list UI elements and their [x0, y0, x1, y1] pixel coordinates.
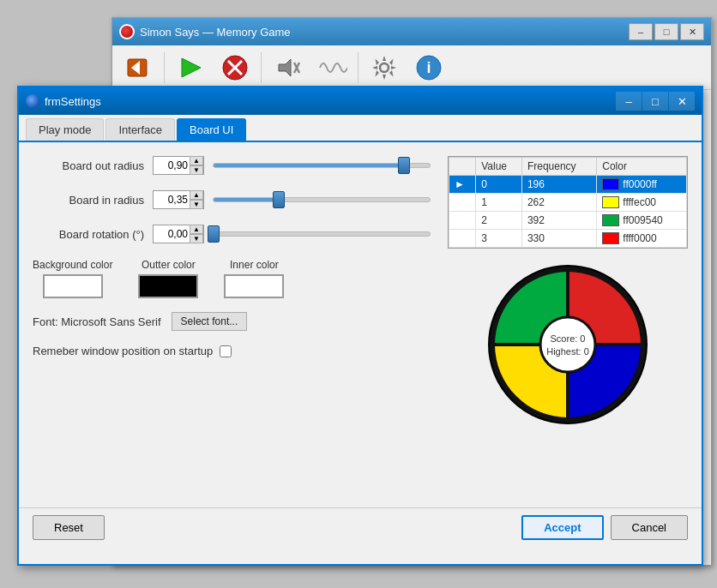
settings-app-icon — [26, 94, 39, 108]
background-color-label: Background color — [33, 259, 112, 271]
svg-text:i: i — [426, 59, 431, 76]
col-header-frequency: Frequency — [521, 158, 596, 176]
board-in-radius-label: Board in radius — [33, 194, 144, 207]
outter-color-group: Outter color — [138, 259, 198, 298]
bg-maximize-button[interactable]: □ — [654, 23, 678, 40]
right-panel: Value Frequency Color ►0196ff0000ff1262f… — [448, 156, 688, 494]
svg-point-15 — [540, 317, 595, 372]
board-in-radius-row: Board in radius 0,35 ▲ ▼ — [33, 190, 431, 209]
cancel-button[interactable]: Cancel — [611, 515, 688, 540]
svg-text:Highest: 0: Highest: 0 — [546, 346, 589, 357]
bg-toolbar: i — [112, 45, 711, 90]
toolbar-divider-2 — [261, 52, 262, 83]
board-out-radius-up[interactable]: ▲ — [190, 156, 203, 165]
board-out-radius-spinner: ▲ ▼ — [190, 156, 203, 175]
settings-footer: Reset Accept Cancel — [19, 507, 702, 547]
board-rotation-value: 0,00 — [154, 228, 190, 240]
toolbar-divider-1 — [164, 52, 165, 83]
accept-button[interactable]: Accept — [521, 515, 603, 540]
svg-text:Score: 0: Score: 0 — [551, 333, 586, 344]
row-frequency: 392 — [521, 212, 596, 230]
settings-minimize-button[interactable]: – — [616, 92, 642, 111]
board-in-radius-track[interactable] — [213, 197, 431, 202]
tab-interface[interactable]: Interface — [105, 118, 175, 141]
board-in-radius-down[interactable]: ▼ — [190, 200, 203, 209]
row-value: 2 — [476, 212, 522, 230]
board-rotation-input[interactable]: 0,00 ▲ ▼ — [153, 225, 204, 243]
inner-color-swatch[interactable] — [224, 274, 284, 298]
color-table: Value Frequency Color ►0196ff0000ff1262f… — [449, 157, 687, 248]
simon-svg: Score: 0 Highest: 0 — [482, 259, 654, 430]
color-table-wrapper: Value Frequency Color ►0196ff0000ff1262f… — [448, 156, 688, 249]
select-font-button[interactable]: Select font... — [172, 312, 248, 331]
inner-color-group: Inner color — [224, 259, 284, 298]
settings-toolbar-button[interactable] — [364, 49, 405, 87]
color-table-row[interactable]: 1262ffffec00 — [449, 194, 687, 212]
bg-minimize-button[interactable]: – — [629, 23, 653, 40]
color-table-row[interactable]: ►0196ff0000ff — [449, 176, 687, 194]
row-selector — [449, 212, 476, 230]
bg-titlebar: Simon Says — Memory Game – □ ✕ — [112, 18, 711, 45]
board-rotation-label: Board rotation (°) — [33, 228, 144, 241]
inner-color-label: Inner color — [230, 259, 279, 271]
board-rotation-down[interactable]: ▼ — [190, 234, 203, 243]
board-out-radius-row: Board out radius 0,90 ▲ ▼ — [33, 156, 431, 175]
settings-content: Board out radius 0,90 ▲ ▼ Board in radiu… — [19, 142, 702, 507]
board-out-radius-track[interactable] — [213, 163, 431, 168]
toolbar-divider-3 — [358, 52, 358, 83]
board-in-radius-up[interactable]: ▲ — [190, 190, 203, 200]
row-color: ff009540 — [597, 212, 687, 230]
row-frequency: 330 — [521, 230, 596, 248]
wave-toolbar-button[interactable] — [311, 49, 352, 87]
info-toolbar-button[interactable]: i — [408, 49, 449, 87]
remember-position-label: Remeber window position on startup — [33, 345, 213, 357]
settings-dialog-title: frmSettings — [45, 95, 611, 108]
board-out-radius-down[interactable]: ▼ — [190, 165, 203, 175]
mute-toolbar-button[interactable] — [267, 49, 308, 87]
row-value: 1 — [476, 194, 522, 212]
colors-row: Background color Outter color Inner colo… — [33, 259, 431, 298]
board-in-radius-spinner: ▲ ▼ — [190, 190, 203, 209]
outter-color-swatch[interactable] — [138, 274, 198, 298]
row-color: ffffec00 — [597, 194, 687, 212]
reset-button[interactable]: Reset — [33, 515, 105, 540]
tab-board-ui[interactable]: Board UI — [177, 118, 246, 141]
color-table-row[interactable]: 2392ff009540 — [449, 212, 687, 230]
row-frequency: 196 — [521, 176, 596, 194]
settings-dialog: frmSettings – □ ✕ Play mode Interface Bo… — [17, 86, 703, 566]
outter-color-label: Outter color — [142, 259, 196, 271]
bg-close-button[interactable]: ✕ — [680, 23, 704, 40]
board-rotation-track[interactable] — [213, 231, 431, 237]
back-toolbar-button[interactable] — [117, 49, 159, 87]
bg-app-icon — [119, 24, 135, 39]
footer-right-buttons: Accept Cancel — [521, 515, 688, 540]
board-in-radius-input[interactable]: 0,35 ▲ ▼ — [153, 190, 204, 209]
bg-window-title: Simon Says — Memory Game — [140, 26, 624, 39]
row-color: ffff0000 — [597, 230, 687, 248]
board-rotation-up[interactable]: ▲ — [190, 225, 203, 234]
bg-window-controls: – □ ✕ — [629, 23, 704, 40]
background-color-swatch[interactable] — [43, 274, 103, 298]
font-row: Font: Microsoft Sans Serif Select font..… — [33, 312, 431, 331]
color-table-row[interactable]: 3330ffff0000 — [449, 230, 687, 248]
board-rotation-row: Board rotation (°) 0,00 ▲ ▼ — [33, 225, 431, 243]
tab-play-mode[interactable]: Play mode — [26, 118, 104, 141]
row-value: 0 — [476, 176, 522, 194]
col-header-value: Value — [476, 158, 522, 176]
play-toolbar-button[interactable] — [170, 49, 211, 87]
remember-position-checkbox[interactable] — [220, 345, 232, 357]
board-out-radius-input[interactable]: 0,90 ▲ ▼ — [153, 156, 204, 175]
tabs-bar: Play mode Interface Board UI — [19, 115, 702, 142]
row-color: ff0000ff — [597, 176, 687, 194]
row-selector: ► — [449, 176, 476, 194]
board-out-radius-label: Board out radius — [33, 159, 144, 172]
settings-maximize-button[interactable]: □ — [642, 92, 668, 111]
board-in-radius-value: 0,35 — [154, 194, 190, 206]
col-header-color: Color — [597, 158, 687, 176]
row-value: 3 — [476, 230, 522, 248]
stop-toolbar-button[interactable] — [214, 49, 256, 87]
row-frequency: 262 — [521, 194, 596, 212]
svg-marker-6 — [279, 59, 291, 76]
settings-titlebar: frmSettings – □ ✕ — [19, 87, 702, 115]
settings-close-button[interactable]: ✕ — [669, 92, 695, 111]
